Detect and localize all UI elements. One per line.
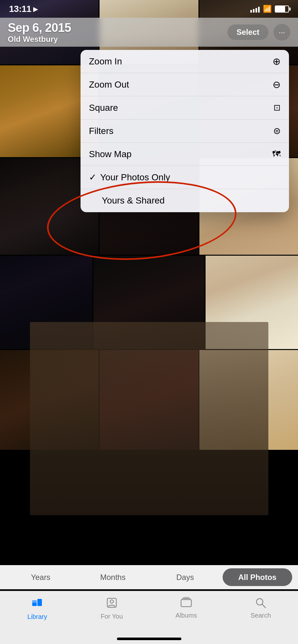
status-time: 13:11 <box>9 4 31 14</box>
ellipsis-icon: ··· <box>279 28 285 37</box>
header-date: Sep 6, 2015 <box>8 21 71 35</box>
header-buttons: Select ··· <box>227 24 290 41</box>
zoom-out-icon: ⊖ <box>273 79 281 90</box>
tab-library-label: Library <box>27 613 47 620</box>
home-indicator <box>117 638 181 640</box>
tab-bar: Library For You Albums <box>0 591 298 644</box>
menu-show-map-label: Show Map <box>89 149 131 159</box>
menu-item-square[interactable]: Square ⊡ <box>81 96 289 119</box>
signal-bar-3 <box>255 8 257 13</box>
svg-line-9 <box>262 604 265 608</box>
menu-item-yours-and-shared[interactable]: Yours & Shared <box>81 189 289 212</box>
tab-albums-label: Albums <box>176 612 197 619</box>
menu-square-label: Square <box>89 103 118 113</box>
menu-item-zoom-in[interactable]: Zoom In ⊕ <box>81 50 289 73</box>
dropdown-menu: Zoom In ⊕ Zoom Out ⊖ Square ⊡ Filters ⊜ … <box>81 50 289 212</box>
menu-item-show-map[interactable]: Show Map 🗺 <box>81 143 289 166</box>
tab-for-you-label: For You <box>101 613 123 620</box>
tab-search[interactable]: Search <box>241 597 280 619</box>
status-icons: 📶 <box>250 5 289 13</box>
tab-search-label: Search <box>251 612 271 619</box>
header-left: Sep 6, 2015 Old Westbury <box>8 21 71 44</box>
albums-icon <box>180 597 192 610</box>
menu-your-photos-label: Your Photos Only <box>100 172 170 183</box>
square-icon: ⊡ <box>274 103 281 113</box>
svg-rect-5 <box>181 600 191 607</box>
svg-point-4 <box>110 600 113 603</box>
signal-bar-1 <box>250 10 252 13</box>
signal-bars-icon <box>250 5 260 13</box>
svg-rect-2 <box>32 600 37 603</box>
wifi-icon: 📶 <box>263 5 272 13</box>
menu-item-filters[interactable]: Filters ⊜ <box>81 119 289 143</box>
battery-fill <box>275 6 285 12</box>
library-icon <box>32 597 43 611</box>
tab-albums[interactable]: Albums <box>167 597 206 619</box>
status-bar: 13:11 ▶ 📶 <box>0 0 298 18</box>
more-button[interactable]: ··· <box>274 24 290 41</box>
view-switcher: Years Months Days All Photos <box>0 565 298 589</box>
switcher-days-button[interactable]: Days <box>150 568 220 586</box>
menu-zoom-out-label: Zoom Out <box>89 80 129 90</box>
switcher-months-button[interactable]: Months <box>78 568 148 586</box>
menu-filters-label: Filters <box>89 126 113 136</box>
menu-item-your-photos-only[interactable]: ✓ Your Photos Only <box>81 166 289 189</box>
switcher-all-photos-button[interactable]: All Photos <box>223 568 292 586</box>
menu-zoom-in-label: Zoom In <box>89 56 122 67</box>
menu-item-zoom-out[interactable]: Zoom Out ⊖ <box>81 73 289 96</box>
checkmark-icon: ✓ <box>89 172 96 183</box>
battery-icon <box>275 5 289 13</box>
svg-rect-1 <box>37 599 42 606</box>
menu-yours-shared-label: Yours & Shared <box>89 195 165 206</box>
select-button[interactable]: Select <box>227 24 268 40</box>
header-location: Old Westbury <box>8 35 71 44</box>
search-icon <box>255 597 266 610</box>
zoom-in-icon: ⊕ <box>273 56 281 67</box>
switcher-years-button[interactable]: Years <box>6 568 75 586</box>
filters-icon: ⊜ <box>273 126 281 136</box>
signal-bar-2 <box>253 9 255 13</box>
location-arrow-icon: ▶ <box>33 5 38 13</box>
map-icon: 🗺 <box>272 149 281 159</box>
header-bar: Sep 6, 2015 Old Westbury Select ··· <box>0 18 298 47</box>
signal-bar-4 <box>258 7 260 13</box>
menu-item-left-your-photos: ✓ Your Photos Only <box>89 172 170 183</box>
for-you-icon <box>106 597 118 611</box>
tab-library[interactable]: Library <box>18 597 57 620</box>
tab-for-you[interactable]: For You <box>92 597 131 620</box>
